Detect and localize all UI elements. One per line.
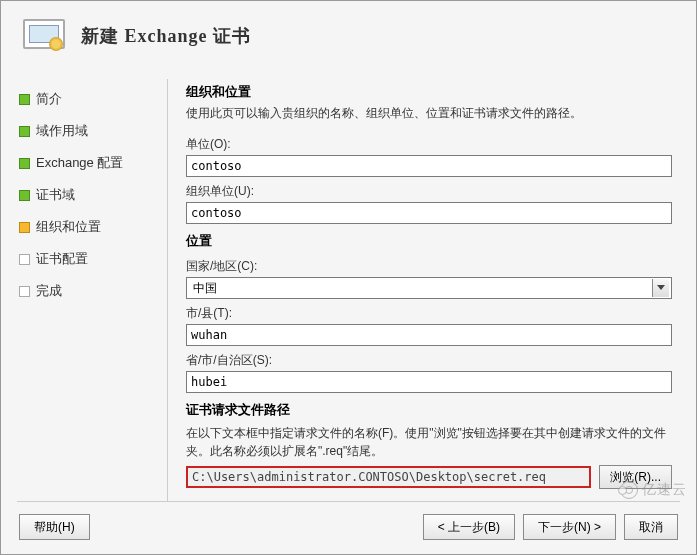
- ou-input[interactable]: [186, 202, 672, 224]
- nav-cert-domain[interactable]: 证书域: [17, 179, 159, 211]
- browse-button[interactable]: 浏览(R)...: [599, 465, 672, 489]
- certificate-icon: [19, 15, 67, 57]
- org-label: 单位(O):: [186, 136, 672, 153]
- state-input[interactable]: [186, 371, 672, 393]
- nav-label: 简介: [36, 90, 62, 108]
- section-title: 组织和位置: [186, 83, 672, 101]
- wizard-title: 新建 Exchange 证书: [81, 24, 251, 48]
- nav-label: Exchange 配置: [36, 154, 123, 172]
- chevron-down-icon: [652, 279, 669, 297]
- nav-exchange-config[interactable]: Exchange 配置: [17, 147, 159, 179]
- wizard-nav: 简介 域作用域 Exchange 配置 证书域 组织和位置 证书配置 完成: [17, 79, 159, 501]
- nav-org-location[interactable]: 组织和位置: [17, 211, 159, 243]
- back-button[interactable]: < 上一步(B): [423, 514, 515, 540]
- nav-label: 证书域: [36, 186, 75, 204]
- city-label: 市/县(T):: [186, 305, 672, 322]
- path-row: 浏览(R)...: [186, 465, 672, 489]
- path-note: 在以下文本框中指定请求文件的名称(F)。使用"浏览"按钮选择要在其中创建请求文件…: [186, 424, 672, 460]
- org-input[interactable]: [186, 155, 672, 177]
- nav-label: 完成: [36, 282, 62, 300]
- country-value: 中国: [189, 280, 217, 297]
- wizard-main: 组织和位置 使用此页可以输入贵组织的名称、组织单位、位置和证书请求文件的路径。 …: [167, 79, 680, 501]
- path-input[interactable]: [186, 466, 591, 488]
- country-label: 国家/地区(C):: [186, 258, 672, 275]
- wizard-footer: 帮助(H) < 上一步(B) 下一步(N) > 取消: [1, 502, 696, 554]
- nav-complete: 完成: [17, 275, 159, 307]
- nav-label: 组织和位置: [36, 218, 101, 236]
- wizard-header: 新建 Exchange 证书: [1, 1, 696, 67]
- location-heading: 位置: [186, 232, 672, 250]
- wizard-window: 新建 Exchange 证书 简介 域作用域 Exchange 配置 证书域 组…: [0, 0, 697, 555]
- country-select[interactable]: 中国: [186, 277, 672, 299]
- nav-intro[interactable]: 简介: [17, 83, 159, 115]
- path-heading: 证书请求文件路径: [186, 401, 672, 419]
- wizard-body: 简介 域作用域 Exchange 配置 证书域 组织和位置 证书配置 完成 组织…: [1, 67, 696, 501]
- nav-cert-config: 证书配置: [17, 243, 159, 275]
- nav-domain-scope[interactable]: 域作用域: [17, 115, 159, 147]
- section-desc: 使用此页可以输入贵组织的名称、组织单位、位置和证书请求文件的路径。: [186, 105, 672, 122]
- state-label: 省/市/自治区(S):: [186, 352, 672, 369]
- next-button[interactable]: 下一步(N) >: [523, 514, 616, 540]
- nav-label: 证书配置: [36, 250, 88, 268]
- nav-label: 域作用域: [36, 122, 88, 140]
- city-input[interactable]: [186, 324, 672, 346]
- ou-label: 组织单位(U):: [186, 183, 672, 200]
- cancel-button[interactable]: 取消: [624, 514, 678, 540]
- help-button[interactable]: 帮助(H): [19, 514, 90, 540]
